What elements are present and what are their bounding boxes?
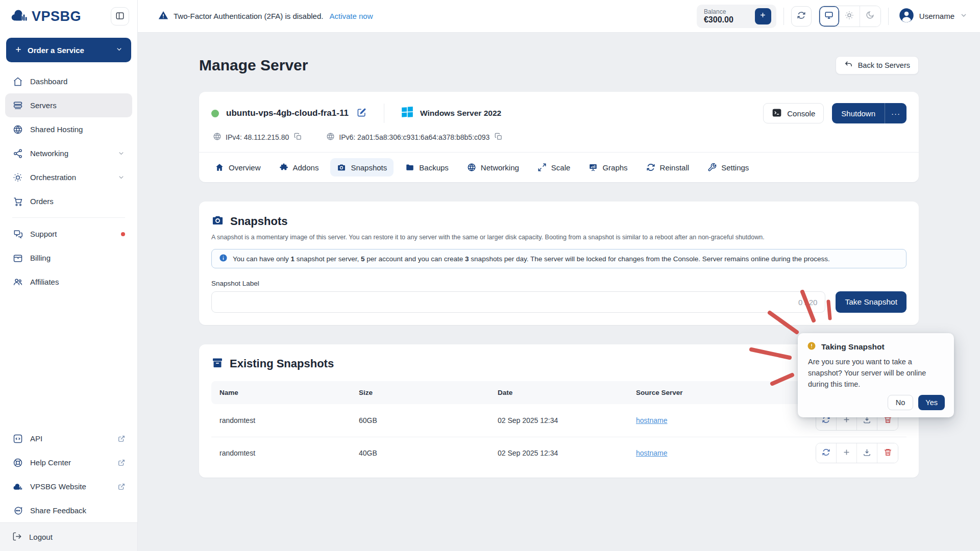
theme-light-button[interactable] (840, 6, 860, 27)
feedback-chat-icon (12, 505, 23, 516)
puzzle-icon (279, 163, 288, 172)
username-label: Username (919, 12, 954, 20)
brand-name: VPSBG (32, 9, 81, 24)
add-funds-button[interactable] (755, 8, 771, 24)
trash-icon (884, 448, 892, 458)
topbar: Two-Factor Authentication (2FA) is disab… (138, 0, 980, 33)
download-snapshot-button[interactable] (857, 443, 877, 463)
sidebar-item-orders[interactable]: Orders (5, 189, 132, 213)
tab-overview[interactable]: Overview (208, 158, 267, 177)
chevron-down-icon (117, 149, 125, 157)
edit-pencil-icon (357, 108, 366, 119)
ipv4-value: IPv4: 48.112.215.80 (226, 133, 289, 141)
camera-icon (337, 163, 346, 172)
column-header-source: Source Server (628, 381, 791, 404)
tab-snapshots[interactable]: Snapshots (330, 158, 394, 177)
ipv4-group: IPv4: 48.112.215.80 (213, 132, 303, 143)
popover-no-button[interactable]: No (888, 395, 914, 410)
copy-ipv4-button[interactable] (293, 132, 303, 143)
warning-triangle-icon (158, 10, 168, 22)
sidebar-item-dashboard[interactable]: Dashboard (5, 69, 132, 93)
user-menu[interactable]: Username (896, 8, 968, 25)
sidebar-item-affiliates[interactable]: Affiliates (5, 270, 132, 294)
balance-value: €300.00 (704, 15, 733, 24)
windows-logo-icon (401, 106, 414, 121)
code-icon (12, 433, 23, 444)
existing-snapshots-title: Existing Snapshots (230, 357, 334, 370)
taking-snapshot-popover: Taking Snapshot Are you sure you want to… (798, 333, 954, 417)
tab-scale[interactable]: Scale (531, 158, 577, 177)
scale-expand-icon (537, 163, 547, 172)
take-snapshot-button[interactable]: Take Snapshot (836, 291, 906, 313)
sidebar-item-servers[interactable]: Servers (5, 93, 132, 117)
restore-icon (822, 448, 830, 458)
activate-2fa-link[interactable]: Activate now (329, 12, 373, 20)
sidebar-item-shared-hosting[interactable]: Shared Hosting (5, 117, 132, 141)
logout-button[interactable]: Logout (0, 522, 137, 551)
copy-icon (294, 133, 302, 142)
source-server-link[interactable]: hostname (636, 449, 667, 457)
sidebar-item-networking[interactable]: Networking (5, 141, 132, 165)
support-chat-icon (12, 229, 23, 239)
snapshots-description: A snapshot is a momentary image of this … (211, 234, 906, 241)
tab-networking[interactable]: Networking (460, 158, 526, 177)
snapshot-name: randomtest (211, 404, 351, 437)
sidebar-spacer (0, 294, 137, 427)
globe-icon (326, 132, 335, 142)
snapshot-date: 02 Sep 2025 12:34 (489, 437, 628, 469)
info-text: You can have only 1 snapshot per server,… (233, 255, 830, 263)
panel-collapse-icon (115, 11, 125, 22)
tab-backups[interactable]: Backups (399, 158, 455, 177)
cart-icon (12, 196, 23, 207)
popover-yes-button[interactable]: Yes (918, 395, 945, 410)
refresh-button[interactable] (791, 6, 812, 27)
theme-dark-button[interactable] (860, 6, 880, 27)
column-header-date: Date (489, 381, 628, 404)
servers-icon (12, 100, 23, 111)
sidebar-item-support[interactable]: Support (5, 222, 132, 246)
sidebar-item-help-center[interactable]: Help Center (5, 450, 132, 474)
console-button[interactable]: Console (763, 103, 824, 123)
restore-snapshot-button[interactable] (816, 443, 837, 463)
tab-addons[interactable]: Addons (273, 158, 326, 177)
tab-graphs[interactable]: Graphs (582, 158, 634, 177)
home-icon (12, 76, 23, 87)
users-icon (12, 277, 23, 287)
page-title: Manage Server (199, 57, 308, 74)
tab-reinstall[interactable]: Reinstall (640, 158, 696, 177)
snapshot-label-input[interactable] (211, 291, 825, 313)
delete-snapshot-button[interactable] (877, 443, 898, 463)
tab-settings[interactable]: Settings (701, 158, 755, 177)
snapshots-info-alert: You can have only 1 snapshot per server,… (211, 249, 906, 268)
sidebar-collapse-button[interactable] (111, 7, 129, 26)
sidebar-item-billing[interactable]: Billing (5, 246, 132, 270)
sidebar-item-share-feedback[interactable]: Share Feedback (5, 498, 132, 522)
sidebar-item-api[interactable]: API (5, 427, 132, 450)
back-to-servers-button[interactable]: Back to Servers (836, 56, 919, 74)
order-service-button[interactable]: Order a Service (6, 38, 131, 62)
snapshots-card: Snapshots A snapshot is a momentary imag… (199, 202, 919, 325)
snapshot-date: 02 Sep 2025 12:34 (489, 404, 628, 437)
snapshot-name: randomtest (211, 437, 351, 469)
vpsbg-logo[interactable]: VPSBG (10, 9, 81, 24)
create-from-snapshot-button[interactable] (837, 443, 857, 463)
shutdown-more-button[interactable]: ··· (885, 103, 906, 123)
server-tabs: Overview Addons Snapshots Backups (199, 153, 919, 182)
copy-ipv6-button[interactable] (494, 132, 503, 143)
app-root: VPSBG Order a Service Dashboard Servers (0, 0, 980, 551)
edit-server-name-button[interactable] (356, 107, 368, 120)
warning-circle-icon (807, 341, 816, 353)
cloud-logo-icon (10, 9, 29, 24)
sidebar: VPSBG Order a Service Dashboard Servers (0, 0, 138, 551)
vertical-divider (384, 104, 384, 123)
theme-toggle-group (819, 6, 881, 27)
theme-system-button[interactable] (819, 6, 840, 27)
ipv6-group: IPv6: 2a01:5a8:306:c931:6a64:a378:b8b5:c… (326, 132, 503, 143)
row-action-group (816, 443, 898, 463)
sidebar-item-orchestration[interactable]: Orchestration (5, 165, 132, 189)
source-server-link[interactable]: hostname (636, 416, 667, 424)
sidebar-item-vpsbg-website[interactable]: VPSBG Website (5, 474, 132, 498)
column-header-size: Size (351, 381, 489, 404)
server-card: ubuntu-vps-4gb-cloud-fra1-11 Windows Ser… (199, 92, 919, 182)
shutdown-button[interactable]: Shutdown (832, 103, 885, 123)
